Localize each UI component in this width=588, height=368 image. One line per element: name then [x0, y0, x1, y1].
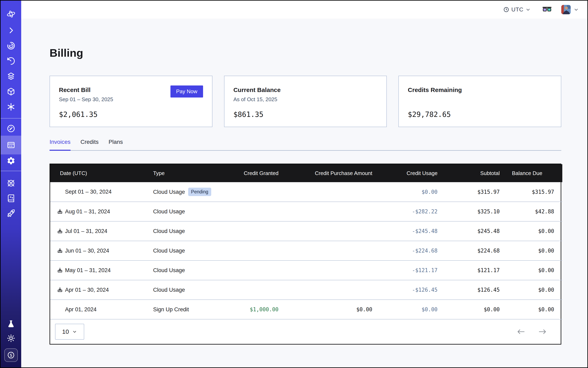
- balance-due: $0.00: [538, 287, 554, 293]
- app-logo-icon[interactable]: [1, 9, 21, 19]
- balance-due: $42.88: [535, 209, 554, 215]
- asterisk-icon[interactable]: [1, 102, 21, 111]
- billing-card-icon: [7, 140, 16, 149]
- user-menu[interactable]: [561, 5, 579, 14]
- balance-due: $0.00: [538, 306, 554, 313]
- timezone-label: UTC: [511, 6, 523, 13]
- invoice-date: Jun 01 – 30, 2024: [65, 248, 109, 254]
- sidebar-divider: [1, 118, 21, 119]
- credits-dollar-badge-icon[interactable]: $: [4, 349, 18, 362]
- timezone-selector[interactable]: UTC: [503, 6, 531, 13]
- flask-icon[interactable]: [1, 320, 21, 329]
- table-row: Sept 01 – 30, 2024 Cloud UsagePending $0…: [50, 182, 562, 202]
- col-credit-granted: Credit Granted: [230, 164, 287, 182]
- billing-page: $ UTC: [0, 0, 588, 368]
- glasses-icon: [543, 6, 552, 13]
- balance-due: $0.00: [538, 248, 554, 254]
- download-invoice-icon[interactable]: [57, 228, 63, 234]
- invoice-date: Sept 01 – 30, 2024: [65, 189, 111, 195]
- svg-text:$: $: [9, 353, 12, 358]
- glasses-button[interactable]: [543, 6, 552, 13]
- card-title: Current Balance: [234, 86, 378, 94]
- col-date: Date (UTC): [50, 164, 144, 182]
- subtotal: $224.68: [477, 248, 500, 254]
- credit-usage: $0.00: [422, 306, 438, 313]
- sidebar-expand-chevron-icon[interactable]: [1, 26, 21, 35]
- invoice-type: Cloud Usage: [153, 267, 185, 273]
- table-row: Apr 01, 2024 Sign Up Credit $1,000.00 $0…: [50, 300, 562, 319]
- col-credit-usage: Credit Usage: [380, 164, 446, 182]
- table-header-row: Date (UTC) Type Credit Granted Credit Pu…: [50, 164, 562, 182]
- col-balance-due: Balance Due: [508, 164, 562, 182]
- credit-usage: -$121.17: [412, 267, 438, 273]
- invoice-type: Cloud Usage: [153, 287, 185, 293]
- tab-credits[interactable]: Credits: [81, 139, 99, 151]
- download-invoice-icon[interactable]: [57, 209, 63, 215]
- recent-bill-amount: $2,061.35: [59, 110, 203, 119]
- current-balance-card: Current Balance As of Oct 15, 2025 $861.…: [224, 76, 387, 127]
- invoice-type: Cloud Usage: [153, 209, 185, 215]
- chevron-down-icon: [72, 329, 77, 334]
- sidebar-item-billing[interactable]: [1, 136, 21, 154]
- invoice-type: Cloud Usage: [153, 189, 185, 195]
- invoice-date: Jul 01 – 31, 2024: [65, 228, 107, 234]
- arrow-left-icon: [516, 328, 525, 335]
- cube-icon[interactable]: [1, 87, 21, 96]
- credit-usage: -$245.48: [412, 228, 438, 234]
- table-row: Jul 01 – 31, 2024 Cloud Usage -$245.48 $…: [50, 221, 562, 241]
- billing-tabs: Invoices Credits Plans: [50, 139, 561, 151]
- subtotal: $126.45: [477, 287, 500, 293]
- rocket-icon[interactable]: [1, 209, 21, 218]
- prev-page-button[interactable]: [516, 328, 525, 335]
- settings-gear-icon[interactable]: [1, 156, 21, 166]
- download-invoice-icon[interactable]: [57, 248, 63, 254]
- page-size-select[interactable]: 10: [55, 324, 84, 340]
- clock-icon: [503, 7, 509, 13]
- table-row: Jun 01 – 30, 2024 Cloud Usage -$224.68 $…: [50, 241, 562, 260]
- table-row: Apr 01 – 30, 2024 Cloud Usage -$126.45 $…: [50, 280, 562, 300]
- chevron-down-icon: [525, 7, 531, 12]
- subtotal: $315.97: [477, 189, 500, 195]
- page-size-value: 10: [62, 328, 69, 335]
- credits-remaining-amount: $29,782.65: [408, 110, 552, 119]
- arrow-right-icon: [538, 328, 547, 335]
- card-title: Credits Remaining: [408, 86, 552, 94]
- table-row: Aug 01 – 31, 2024 Cloud Usage -$282.22 $…: [50, 202, 562, 221]
- table-row: May 01 – 31, 2024 Cloud Usage -$121.17 $…: [50, 260, 562, 280]
- invoice-date: May 01 – 31, 2024: [65, 267, 111, 274]
- balance-due: $0.00: [538, 267, 554, 273]
- dashboard-gauge-icon[interactable]: [1, 124, 21, 133]
- subtotal: $0.00: [484, 306, 500, 313]
- invoice-type: Sign Up Credit: [153, 306, 189, 313]
- credit-usage: $0.00: [422, 189, 438, 195]
- theme-sun-icon[interactable]: [1, 333, 21, 343]
- page-title: Billing: [50, 46, 561, 60]
- tab-plans[interactable]: Plans: [109, 139, 123, 151]
- summary-cards: Recent Bill Sep 01 – Sep 30, 2025 $2,061…: [50, 76, 561, 127]
- next-page-button[interactable]: [538, 328, 547, 335]
- col-subtotal: Subtotal: [446, 164, 508, 182]
- invoices-table: Date (UTC) Type Credit Granted Credit Pu…: [50, 164, 562, 320]
- download-invoice-icon[interactable]: [57, 287, 63, 293]
- invoice-date: Apr 01 – 30, 2024: [65, 287, 109, 293]
- insights-spiral-icon[interactable]: [1, 41, 21, 50]
- current-balance-amount: $861.35: [234, 110, 378, 119]
- sidebar-divider: [1, 171, 21, 171]
- docs-book-icon[interactable]: [1, 193, 21, 203]
- invoice-date: Apr 01, 2024: [65, 306, 97, 313]
- balance-due: $315.97: [532, 189, 554, 195]
- history-timer-icon[interactable]: [1, 56, 21, 66]
- subtotal: $245.48: [477, 228, 500, 234]
- content: Billing Recent Bill Sep 01 – Sep 30, 202…: [21, 18, 587, 367]
- layers-icon[interactable]: [1, 72, 21, 81]
- tab-invoices[interactable]: Invoices: [50, 139, 71, 151]
- helm-wheel-icon[interactable]: [1, 178, 21, 188]
- pagination: 10: [50, 320, 561, 344]
- download-invoice-icon[interactable]: [57, 267, 63, 273]
- balance-as-of: As of Oct 15, 2025: [234, 96, 378, 103]
- pay-now-button[interactable]: Pay Now: [171, 85, 203, 98]
- sidebar: $: [1, 1, 21, 367]
- credit-usage: -$224.68: [412, 248, 438, 254]
- chevron-down-icon: [573, 7, 579, 12]
- topbar: UTC: [21, 1, 587, 18]
